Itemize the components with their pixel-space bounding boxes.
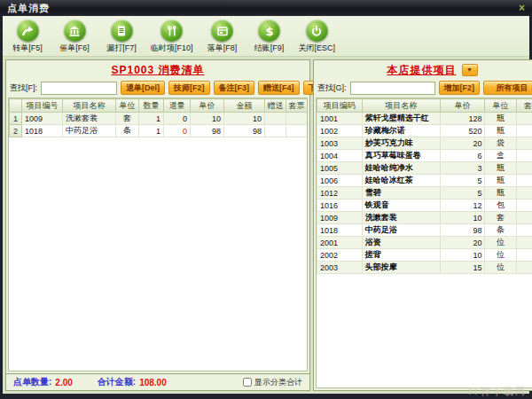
missed-print-button[interactable]: 漏打[F7] [104, 20, 139, 54]
table-cell[interactable]: 娃哈哈纯净水 [362, 162, 440, 175]
table-row[interactable]: 2001浴资20位 [317, 237, 532, 249]
all-items-button[interactable]: 所有项目 ↓ [483, 81, 532, 95]
table-cell[interactable]: 1 [10, 113, 22, 125]
table-cell[interactable]: 1004 [317, 150, 363, 162]
table-row[interactable]: 2003头部按摩15位 [317, 262, 532, 274]
table-cell[interactable]: 10 [440, 249, 485, 262]
col-rownum[interactable] [10, 99, 22, 113]
checkout-button[interactable]: $ 结账[F9] [252, 20, 287, 54]
table-row[interactable]: 1009洗漱套装10套 [317, 212, 532, 224]
table-cell[interactable]: 10 [440, 212, 485, 224]
col-return-qty[interactable]: 退量 [164, 99, 191, 113]
table-cell[interactable]: 盒 [485, 150, 516, 162]
table-row[interactable]: 1006娃哈哈冰红茶5瓶 [317, 175, 532, 187]
table-cell[interactable]: 12 [440, 200, 485, 212]
table-cell[interactable] [516, 175, 532, 187]
table-cell[interactable]: 1002 [317, 125, 363, 137]
transfer-order-button[interactable]: 转单[F5] [10, 20, 45, 54]
table-cell[interactable]: 98 [191, 125, 224, 137]
table-cell[interactable]: 头部按摩 [362, 262, 440, 274]
table-row[interactable]: 11009洗漱套装套101010服务类 [10, 113, 309, 125]
table-cell[interactable]: 浴资 [362, 237, 440, 249]
table-cell[interactable]: 2001 [317, 237, 363, 249]
table-cell[interactable] [286, 113, 308, 125]
col-category[interactable]: 项目 [308, 99, 309, 113]
urge-order-button[interactable]: 催单[F6] [57, 20, 92, 54]
table-cell[interactable]: 位 [485, 249, 516, 262]
table-cell[interactable]: 5 [440, 175, 485, 187]
table-cell[interactable]: 20 [440, 237, 485, 249]
table-row[interactable]: 1004真巧草莓味蛋卷6盒 [317, 150, 532, 162]
table-cell[interactable] [516, 237, 532, 249]
table-cell[interactable]: 1009 [22, 113, 63, 125]
table-cell[interactable]: 位 [485, 237, 516, 249]
table-row[interactable]: 1005娃哈哈纯净水3瓶 [317, 162, 532, 175]
table-cell[interactable]: 15 [440, 262, 485, 274]
table-cell[interactable]: 瓶 [485, 162, 516, 175]
item-search-input[interactable] [350, 82, 435, 95]
table-cell[interactable]: 紫轩戈壁精选干红 [362, 113, 440, 125]
table-cell[interactable]: 1012 [317, 187, 363, 200]
table-cell[interactable]: 520 [440, 125, 485, 137]
close-window-button[interactable]: 关闭[ESC] [299, 20, 336, 54]
table-cell[interactable]: 98 [224, 125, 265, 137]
table-cell[interactable]: 中药足浴 [63, 125, 116, 137]
table-row[interactable]: 1016铁观音12包 [317, 200, 532, 212]
table-cell[interactable]: 1009 [317, 212, 363, 224]
table-cell[interactable]: 1 [139, 125, 164, 137]
table-cell[interactable]: 瓶 [485, 125, 516, 137]
table-row[interactable]: 1001紫轩戈壁精选干红128瓶 [317, 113, 532, 125]
table-cell[interactable]: 瓶 [485, 175, 516, 187]
table-cell[interactable]: 1005 [317, 162, 363, 175]
col-item-code[interactable]: 项目编号 [22, 99, 63, 113]
table-cell[interactable] [516, 162, 532, 175]
table-cell[interactable]: 1018 [22, 125, 63, 137]
table-cell[interactable]: 妙芙巧克力味 [362, 137, 440, 150]
table-cell[interactable]: 洗漱套装 [362, 212, 440, 224]
table-cell[interactable]: 1 [139, 113, 164, 125]
table-cell[interactable]: 袋 [485, 137, 516, 150]
col-price[interactable]: 单价 [191, 99, 224, 113]
table-cell[interactable]: 服务类 [308, 125, 309, 137]
table-cell[interactable]: 1018 [317, 224, 363, 237]
table-row[interactable]: 1018中药足浴98条 [317, 224, 532, 237]
col-amount[interactable]: 金额 [224, 99, 265, 113]
col-item-name[interactable]: 项目名称 [63, 99, 116, 113]
table-cell[interactable]: 3 [440, 162, 485, 175]
table-cell[interactable]: 1006 [317, 175, 363, 187]
table-cell[interactable] [265, 125, 286, 137]
table-cell[interactable]: 0 [164, 113, 191, 125]
table-cell[interactable]: 0 [164, 125, 191, 137]
table-cell[interactable] [516, 262, 532, 274]
table-cell[interactable]: 搓背 [362, 249, 440, 262]
col-item-name[interactable]: 项目名称 [362, 99, 440, 113]
col-gift[interactable]: 赠送 [265, 99, 286, 113]
table-cell[interactable] [516, 200, 532, 212]
table-cell[interactable]: 珍藏梅尔诺 [362, 125, 440, 137]
table-cell[interactable]: 雪碧 [362, 187, 440, 200]
col-unit[interactable]: 单位 [485, 99, 516, 113]
table-cell[interactable]: 5 [440, 187, 485, 200]
table-cell[interactable] [516, 137, 532, 150]
table-cell[interactable]: 瓶 [485, 113, 516, 125]
close-icon[interactable]: × [519, 3, 525, 13]
table-cell[interactable] [516, 125, 532, 137]
technician-button[interactable]: 技师[F2] [168, 81, 210, 95]
table-cell[interactable]: 2002 [317, 249, 363, 262]
return-item-button[interactable]: 退单[Del] [121, 81, 165, 95]
table-row[interactable]: 1003妙芙巧克力味20袋 [317, 137, 532, 150]
table-cell[interactable]: 娃哈哈冰红茶 [362, 175, 440, 187]
table-row[interactable]: 1012雪碧5瓶 [317, 187, 532, 200]
col-price[interactable]: 单价 [440, 99, 485, 113]
gift-button[interactable]: 赠送[F4] [258, 81, 300, 95]
table-cell[interactable]: 套 [485, 212, 516, 224]
remark-button[interactable]: 备注[F3] [214, 81, 255, 95]
table-cell[interactable]: 128 [440, 113, 485, 125]
table-cell[interactable] [516, 187, 532, 200]
table-cell[interactable]: 10 [224, 113, 265, 125]
table-cell[interactable]: 条 [485, 224, 516, 237]
col-package[interactable]: 套票 [516, 99, 532, 113]
table-cell[interactable]: 10 [191, 113, 224, 125]
table-cell[interactable] [286, 125, 308, 137]
table-row[interactable]: 2002搓背10位 [317, 249, 532, 262]
